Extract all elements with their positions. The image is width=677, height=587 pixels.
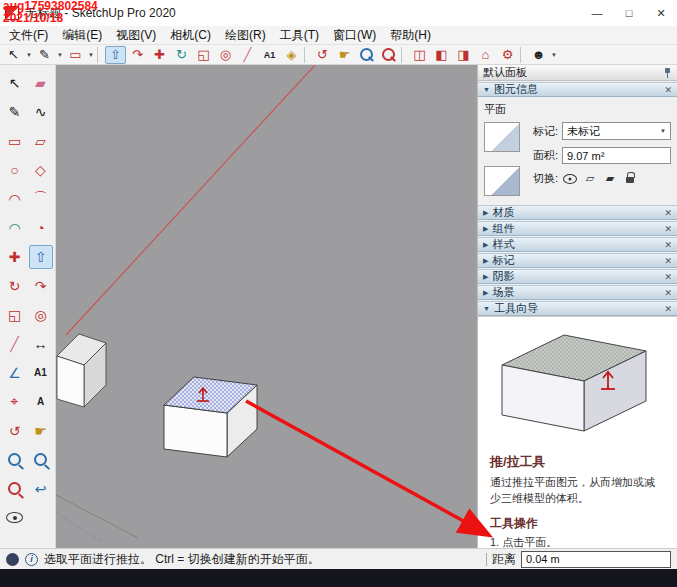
panel-section-header[interactable]: ▶ 样式 ✕: [478, 237, 677, 252]
3d-text-tool[interactable]: A: [29, 390, 53, 414]
pushpull-tool[interactable]: ⇧: [29, 245, 53, 269]
panel-section-header[interactable]: ▶ 场景 ✕: [478, 285, 677, 300]
dimension-tool[interactable]: ↔: [29, 332, 53, 356]
zoom-extents-tool[interactable]: [3, 477, 27, 501]
zoom-window-tool[interactable]: [29, 448, 53, 472]
signin-avatar[interactable]: ☻: [528, 46, 549, 64]
toolbar-separator[interactable]: [401, 47, 407, 63]
close-icon[interactable]: ✕: [664, 240, 672, 250]
shapes-dropdown[interactable]: ▼: [87, 46, 95, 64]
warehouse-icon[interactable]: ⌂: [475, 46, 496, 64]
menu-item[interactable]: 帮助(H): [383, 27, 438, 44]
offset-tool[interactable]: ◎: [215, 46, 236, 64]
polygon-tool[interactable]: ◇: [29, 158, 53, 182]
circle-tool[interactable]: ○: [3, 158, 27, 182]
zoom-tool[interactable]: [356, 46, 377, 64]
menu-item[interactable]: 工具(T): [273, 27, 326, 44]
info-icon[interactable]: [25, 553, 38, 566]
close-icon[interactable]: ✕: [664, 272, 672, 282]
geolocation-icon[interactable]: [6, 553, 19, 566]
close-icon[interactable]: ✕: [664, 85, 672, 95]
section-cut-toggle[interactable]: ◨: [453, 46, 474, 64]
zoom-extents-tool[interactable]: [378, 46, 399, 64]
pan-tool[interactable]: ☛: [29, 419, 53, 443]
text-tool[interactable]: A1: [29, 361, 53, 385]
text-tool[interactable]: A1: [259, 46, 280, 64]
rotate-tool[interactable]: ↻: [171, 46, 192, 64]
axes-tool[interactable]: ⌖: [3, 390, 27, 414]
offset-tool[interactable]: ◎: [29, 303, 53, 327]
orbit-tool[interactable]: ↺: [312, 46, 333, 64]
line-tool[interactable]: ✎: [34, 46, 55, 64]
arc-tool[interactable]: ◠: [3, 187, 27, 211]
rotated-rectangle-tool[interactable]: ▱: [29, 129, 53, 153]
panel-section-header[interactable]: ▶ 阴影 ✕: [478, 269, 677, 284]
previous-view-tool[interactable]: ↩: [29, 477, 53, 501]
menu-item[interactable]: 视图(V): [109, 27, 163, 44]
menu-item[interactable]: 相机(C): [163, 27, 218, 44]
rectangle-tool[interactable]: ▭: [3, 129, 27, 153]
minimize-button[interactable]: —: [581, 0, 613, 26]
tape-measure-tool[interactable]: ╱: [237, 46, 258, 64]
eraser-tool[interactable]: ▰: [29, 71, 53, 95]
zoom-tool[interactable]: [3, 448, 27, 472]
instructor-header[interactable]: ▼ 工具向导 ✕: [478, 301, 677, 316]
measurement-input[interactable]: [521, 551, 671, 568]
followme-tool[interactable]: ↷: [127, 46, 148, 64]
close-icon[interactable]: ✕: [664, 224, 672, 234]
pie-tool[interactable]: ◔: [29, 216, 53, 240]
freehand-tool[interactable]: ∿: [29, 100, 53, 124]
pan-tool[interactable]: ☛: [334, 46, 355, 64]
left-box-geometry[interactable]: [57, 334, 106, 407]
orbit-tool[interactable]: ↺: [3, 419, 27, 443]
menu-item[interactable]: 绘图(R): [218, 27, 273, 44]
move-tool[interactable]: ✚: [149, 46, 170, 64]
face-back-thumbnail[interactable]: [484, 166, 520, 196]
three-point-arc-tool[interactable]: ◠: [3, 216, 27, 240]
two-point-arc-tool[interactable]: ⌒: [29, 187, 53, 211]
select-tool[interactable]: ↖: [3, 46, 24, 64]
area-value[interactable]: 9.07 m²: [562, 147, 671, 164]
close-icon[interactable]: ✕: [664, 208, 672, 218]
close-icon[interactable]: ✕: [664, 288, 672, 298]
close-button[interactable]: ✕: [645, 0, 677, 26]
lock-icon[interactable]: [622, 171, 638, 186]
eye-icon[interactable]: [562, 171, 578, 186]
signin-dropdown[interactable]: ▼: [550, 46, 558, 64]
pin-icon[interactable]: [663, 68, 672, 78]
tape-measure-tool[interactable]: ╱: [3, 332, 27, 356]
select-dropdown[interactable]: ▼: [25, 46, 33, 64]
rectangle-tool[interactable]: ▭: [65, 46, 86, 64]
paint-bucket-tool[interactable]: ◈: [281, 46, 302, 64]
menu-item[interactable]: 窗口(W): [326, 27, 383, 44]
line-dropdown[interactable]: ▼: [56, 46, 64, 64]
pushpull-tool[interactable]: ⇧: [105, 46, 126, 64]
toolbar-separator[interactable]: [520, 47, 526, 63]
section-display-toggle[interactable]: ◧: [431, 46, 452, 64]
toolbar-separator[interactable]: [97, 47, 103, 63]
followme-tool[interactable]: ↷: [29, 274, 53, 298]
scale-tool[interactable]: ◱: [3, 303, 27, 327]
select-tool[interactable]: ↖: [3, 71, 27, 95]
panel-section-header[interactable]: ▶ 材质 ✕: [478, 205, 677, 220]
close-icon[interactable]: ✕: [664, 256, 672, 266]
face-front-thumbnail[interactable]: [484, 122, 520, 152]
menu-item[interactable]: 文件(F): [2, 27, 55, 44]
hide-similar-icon[interactable]: ▰: [602, 171, 618, 186]
menu-item[interactable]: 编辑(E): [55, 27, 109, 44]
look-around-tool[interactable]: [3, 506, 27, 530]
move-tool[interactable]: ✚: [3, 245, 27, 269]
tray-header[interactable]: 默认面板: [478, 65, 677, 81]
rotate-tool[interactable]: ↻: [3, 274, 27, 298]
toolbar-separator[interactable]: [304, 47, 310, 63]
hide-rest-icon[interactable]: ▱: [582, 171, 598, 186]
panel-section-header[interactable]: ▶ 组件 ✕: [478, 221, 677, 236]
close-icon[interactable]: ✕: [664, 304, 672, 314]
line-tool[interactable]: ✎: [3, 100, 27, 124]
tag-dropdown[interactable]: 未标记 ▼: [562, 122, 671, 140]
maximize-button[interactable]: □: [613, 0, 645, 26]
modeling-viewport[interactable]: [56, 65, 477, 548]
panel-section-header[interactable]: ▶ 标记 ✕: [478, 253, 677, 268]
protractor-tool[interactable]: ∠: [3, 361, 27, 385]
scale-tool[interactable]: ◱: [193, 46, 214, 64]
